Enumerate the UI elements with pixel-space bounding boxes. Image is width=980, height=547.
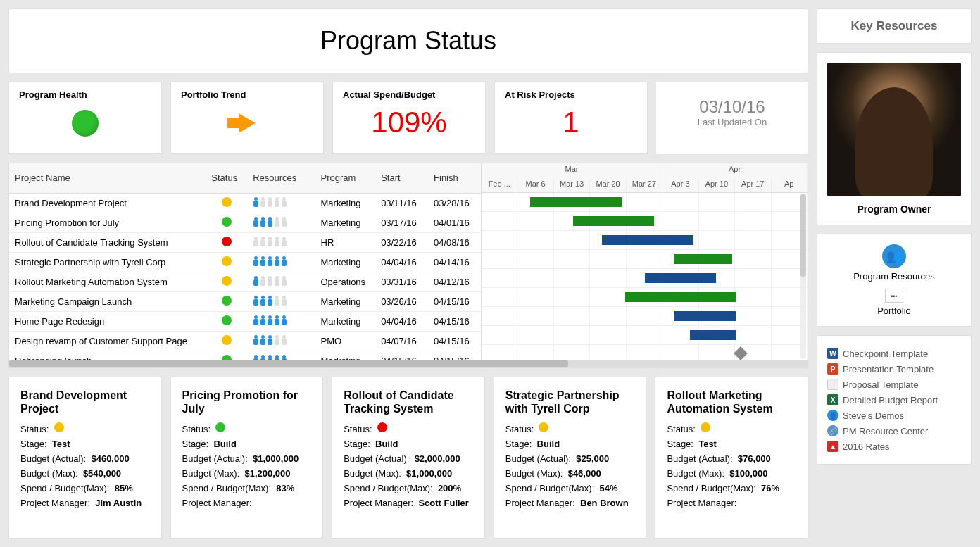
col-resources[interactable]: Resources — [247, 163, 315, 193]
gantt-bar[interactable] — [674, 311, 736, 321]
gantt-row[interactable] — [482, 345, 808, 360]
gantt-bar[interactable] — [602, 235, 693, 245]
status-dot-icon — [222, 217, 232, 227]
project-card[interactable]: Rollout of Candidate Tracking System Sta… — [332, 377, 485, 539]
portfolio-link[interactable]: ▪▪▪ Portfolio — [827, 289, 961, 316]
gantt-row[interactable] — [482, 307, 808, 326]
gantt-chart[interactable]: MarApr Feb ...Mar 6Mar 13Mar 20Mar 27Apr… — [481, 163, 808, 360]
person-icon — [267, 296, 273, 306]
table-row[interactable]: Home Page Redesign Marketing 04/04/16 04… — [9, 311, 481, 331]
person-icon — [267, 276, 273, 286]
gantt-row[interactable] — [482, 288, 808, 307]
horizontal-scrollbar[interactable] — [9, 360, 808, 367]
cell-program: Marketing — [315, 291, 376, 311]
doc-link[interactable]: 🔗PM Resource Center — [827, 423, 961, 439]
person-icon — [274, 217, 280, 227]
col-program[interactable]: Program — [315, 163, 376, 193]
key-resources-title: Key Resources — [827, 19, 961, 33]
kpi-spend-budget[interactable]: Actual Spend/Budget 109% — [332, 82, 486, 154]
card-max: Budget (Max): $1,000,000 — [344, 468, 473, 479]
doc-link[interactable]: WCheckpoint Template — [827, 346, 961, 361]
col-finish[interactable]: Finish — [428, 163, 481, 193]
doc-link[interactable]: Proposal Template — [827, 377, 961, 392]
person-icon — [253, 256, 259, 266]
kpi-at-risk[interactable]: At Risk Projects 1 — [494, 82, 648, 154]
gantt-row[interactable] — [482, 193, 808, 212]
gantt-bar[interactable] — [573, 216, 655, 226]
cell-resources — [247, 232, 315, 252]
table-row[interactable]: Strategic Partnership with Tyrell Corp M… — [9, 252, 481, 272]
kpi-program-health[interactable]: Program Health — [8, 82, 162, 154]
table-row[interactable]: Design revamp of Customer Support Page P… — [9, 331, 481, 351]
doc-label: Steve's Demos — [843, 410, 904, 421]
portfolio-icon: ▪▪▪ — [885, 289, 903, 303]
gantt-bar[interactable] — [625, 292, 736, 302]
table-row[interactable]: Marketing Campaign Launch Marketing 03/2… — [9, 291, 481, 311]
gantt-bar[interactable] — [530, 197, 622, 207]
gantt-bar[interactable] — [690, 330, 736, 340]
cell-resources — [247, 291, 315, 311]
col-status[interactable]: Status — [206, 163, 247, 193]
doc-link[interactable]: 👤Steve's Demos — [827, 408, 961, 423]
col-start[interactable]: Start — [375, 163, 428, 193]
table-row[interactable]: Rebranding launch Marketing 04/15/16 04/… — [9, 351, 481, 360]
kpi-portfolio-trend[interactable]: Portfolio Trend — [170, 82, 324, 154]
gantt-row[interactable] — [482, 212, 808, 231]
card-status: Status: — [667, 422, 796, 434]
cell-program: Marketing — [315, 252, 376, 272]
cell-name: Rebranding launch — [9, 351, 206, 360]
gantt-bar[interactable] — [674, 254, 732, 264]
card-actual: Budget (Actual): $2,000,000 — [344, 453, 473, 464]
card-title: Strategic Partnership with Tyrell Corp — [505, 389, 635, 415]
status-dot-icon — [222, 256, 232, 266]
page-title: Program Status — [26, 26, 791, 56]
card-stage: Stage: Build — [182, 439, 312, 449]
col-name[interactable]: Project Name — [9, 163, 206, 193]
person-icon — [267, 237, 273, 246]
gantt-row[interactable] — [482, 231, 808, 250]
card-pct: Spend / Budget(Max): 76% — [667, 483, 796, 493]
cell-program: Marketing — [315, 193, 376, 213]
person-icon — [260, 296, 266, 306]
project-cards-row: Brand Development Project Status: Stage:… — [8, 377, 808, 539]
gantt-bar[interactable] — [645, 273, 717, 283]
person-icon — [253, 296, 259, 306]
card-title: Brand Development Project — [20, 389, 150, 415]
table-row[interactable]: Rollout Marketing Automation System Oper… — [9, 272, 481, 291]
person-icon — [274, 355, 280, 361]
person-icon — [281, 315, 287, 325]
doc-label: Checkpoint Template — [843, 348, 928, 359]
gantt-row[interactable] — [482, 326, 808, 345]
project-card[interactable]: Rollout Marketing Automation System Stat… — [655, 377, 808, 539]
cell-program: HR — [315, 232, 376, 252]
doc-link[interactable]: XDetailed Budget Report — [827, 392, 961, 408]
cell-name: Marketing Campaign Launch — [9, 291, 206, 311]
table-row[interactable]: Brand Development Project Marketing 03/1… — [9, 193, 481, 213]
person-icon — [253, 315, 259, 325]
project-card[interactable]: Pricing Promotion for July Status: Stage… — [170, 377, 324, 539]
cell-program: Operations — [315, 272, 376, 291]
gantt-row[interactable] — [482, 269, 808, 288]
program-owner-panel[interactable]: Program Owner — [817, 52, 972, 225]
doc-link[interactable]: ▲2016 Rates — [827, 439, 961, 454]
cell-resources — [247, 311, 315, 331]
project-card[interactable]: Brand Development Project Status: Stage:… — [8, 377, 162, 539]
program-resources-link[interactable]: 👥 Program Resources — [827, 244, 961, 282]
cell-name: Rollout Marketing Automation System — [9, 272, 206, 291]
table-row[interactable]: Pricing Promotion for July Marketing 03/… — [9, 213, 481, 232]
table-row[interactable]: Rollout of Candidate Tracking System HR … — [9, 232, 481, 252]
grid-table[interactable]: Project Name Status Resources Program St… — [9, 163, 481, 360]
cell-name: Rollout of Candidate Tracking System — [9, 232, 206, 252]
doc-link[interactable]: PPresentation Template — [827, 361, 961, 377]
person-icon — [260, 237, 266, 246]
status-dot-icon — [701, 422, 710, 432]
gantt-header: MarApr Feb ...Mar 6Mar 13Mar 20Mar 27Apr… — [482, 163, 808, 193]
gantt-row[interactable] — [482, 250, 808, 269]
project-card[interactable]: Strategic Partnership with Tyrell Corp S… — [494, 377, 647, 539]
card-pm: Project Manager: — [182, 498, 312, 508]
status-dot-icon — [222, 197, 232, 207]
vertical-scrollbar[interactable] — [800, 194, 806, 359]
link-file-icon: 🔗 — [827, 425, 838, 436]
cell-start: 04/15/16 — [375, 351, 428, 360]
person-icon — [281, 197, 287, 207]
